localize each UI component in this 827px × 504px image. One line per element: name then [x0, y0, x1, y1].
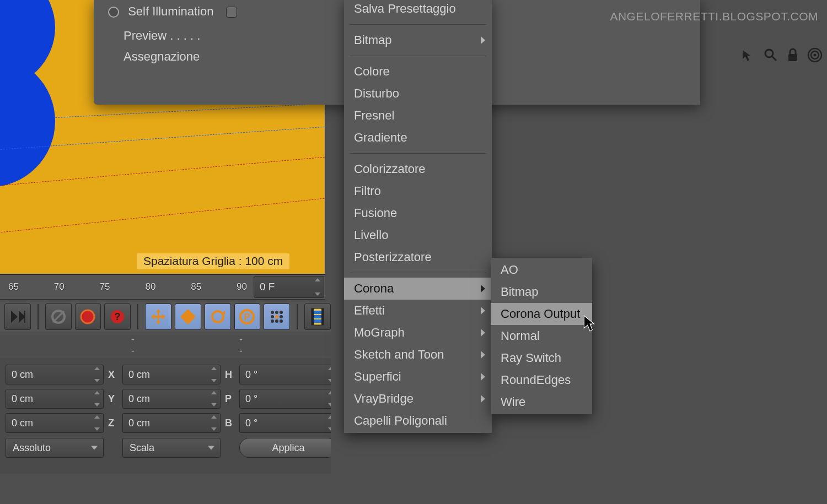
move-tool-button[interactable] [145, 304, 171, 330]
menu-separator [350, 273, 486, 273]
svg-point-13 [271, 315, 274, 318]
menu-item-gradiente[interactable]: Gradiente [344, 127, 492, 149]
svg-point-14 [275, 315, 278, 318]
grid-button[interactable] [264, 304, 290, 330]
menu-item-superfici[interactable]: Superfici [344, 366, 492, 388]
self-illumination-label: Self Illumination [128, 4, 213, 18]
toolbar: ? P [0, 302, 331, 332]
current-frame-field[interactable]: 0 F [254, 276, 324, 298]
menu-item-fusione[interactable]: Fusione [344, 202, 492, 224]
search-icon[interactable] [762, 46, 780, 64]
checkbox-icon[interactable] [226, 7, 237, 18]
filmstrip-button[interactable] [304, 304, 331, 330]
menu-item-filtro[interactable]: Filtro [344, 180, 492, 202]
status-bar: -- -- -- [0, 335, 331, 356]
status-text: -- [131, 334, 135, 357]
timeline[interactable]: 65 70 75 80 85 90 0 F [0, 274, 325, 300]
svg-point-25 [765, 50, 773, 57]
coord-mode-dropdown[interactable]: Assoluto [6, 438, 104, 458]
rot-p-field[interactable]: 0 ° [239, 389, 337, 409]
radio-icon[interactable] [108, 7, 119, 18]
svg-point-16 [271, 319, 274, 323]
menu-item-disturbo[interactable]: Disturbo [344, 83, 492, 105]
help-button[interactable]: ? [104, 304, 131, 330]
submenu-item-corona-output[interactable]: Corona Output [491, 303, 592, 325]
svg-point-12 [280, 311, 283, 314]
coordinate-panel: 0 cm X 0 cm H 0 ° 0 cm Y 0 cm P 0 ° 0 cm… [0, 358, 331, 474]
menu-item-effetti[interactable]: Effetti [344, 300, 492, 322]
grid-line [0, 197, 325, 234]
grid-axis [0, 156, 325, 186]
grid-line [55, 103, 325, 118]
submenu-item-bitmap[interactable]: Bitmap [491, 281, 592, 303]
menu-item-livello[interactable]: Livello [344, 224, 492, 246]
svg-point-10 [271, 311, 274, 314]
scale-tool-button[interactable] [175, 304, 201, 330]
pos-z-field[interactable]: 0 cm [6, 413, 104, 433]
coord-scale-dropdown[interactable]: Scala [122, 438, 221, 458]
menu-item-sketch-and-toon[interactable]: Sketch and Toon [344, 344, 492, 366]
menu-item-colore[interactable]: Colore [344, 61, 492, 83]
svg-rect-0 [24, 311, 25, 323]
svg-point-3 [81, 310, 94, 323]
scale-x-field[interactable]: 0 cm [122, 365, 221, 384]
menu-item-corona[interactable]: Corona [344, 278, 492, 300]
label-y: Y [108, 393, 118, 405]
stepper-icon[interactable] [315, 278, 320, 296]
label-h: H [225, 369, 235, 381]
svg-text:?: ? [115, 311, 121, 322]
scene-object [0, 55, 55, 187]
svg-rect-23 [314, 315, 321, 318]
svg-point-30 [814, 54, 817, 57]
submenu-item-ray-switch[interactable]: Ray Switch [491, 347, 592, 369]
skip-end-button[interactable] [4, 304, 31, 330]
corona-submenu: AOBitmapCorona OutputNormalRay SwitchRou… [491, 258, 592, 414]
pos-x-field[interactable]: 0 cm [6, 365, 104, 384]
rot-h-field[interactable]: 0 ° [239, 365, 337, 384]
svg-point-11 [275, 311, 278, 314]
svg-point-18 [280, 319, 283, 323]
target-icon[interactable] [806, 46, 824, 64]
submenu-item-normal[interactable]: Normal [491, 325, 592, 347]
record-button[interactable] [75, 304, 101, 330]
scale-z-field[interactable]: 0 cm [122, 413, 221, 433]
submenu-item-wire[interactable]: Wire [491, 391, 592, 413]
menu-item-fresnel[interactable]: Fresnel [344, 105, 492, 127]
scale-y-field[interactable]: 0 cm [122, 389, 221, 409]
svg-point-17 [275, 319, 278, 323]
menu-item-posterizzatore[interactable]: Posterizzatore [344, 246, 492, 268]
label-p: P [225, 393, 235, 405]
svg-rect-27 [788, 54, 797, 61]
watermark-text: ANGELOFERRETTI.BLOGSPOT.COM [610, 10, 818, 23]
menu-item-mograph[interactable]: MoGraph [344, 322, 492, 344]
rot-b-field[interactable]: 0 ° [239, 413, 337, 433]
menu-item-capelli-poligonali[interactable]: Capelli Poligonali [344, 410, 492, 432]
grid-spacing-label: Spaziatura Griglia : 100 cm [137, 253, 289, 269]
pos-y-field[interactable]: 0 cm [6, 389, 104, 409]
svg-point-15 [280, 315, 283, 318]
menu-item-vraybridge[interactable]: VrayBridge [344, 388, 492, 410]
svg-text:P: P [244, 312, 250, 322]
submenu-item-roundedges[interactable]: RoundEdges [491, 369, 592, 391]
parameters-button[interactable]: P [234, 304, 261, 330]
menu-item-salva-presettaggio[interactable]: Salva Presettaggio [344, 0, 492, 20]
svg-rect-21 [321, 308, 324, 325]
cursor-icon[interactable] [739, 46, 756, 64]
menu-item-bitmap[interactable]: Bitmap [344, 29, 492, 51]
label-z: Z [108, 418, 118, 429]
menu-item-colorizzatore[interactable]: Colorizzatore [344, 158, 492, 180]
label-x: X [108, 369, 118, 381]
submenu-item-ao[interactable]: AO [491, 259, 592, 281]
lock-icon[interactable] [784, 46, 802, 64]
shader-menu: Salva PresettaggioBitmapColoreDisturboFr… [344, 0, 492, 433]
record-disabled-button[interactable] [45, 304, 72, 330]
apply-button[interactable]: Applica [239, 438, 337, 458]
timeline-ticks: 65 70 75 80 85 90 [0, 281, 253, 292]
status-text: -- [239, 334, 243, 357]
svg-rect-24 [314, 319, 321, 323]
menu-separator [350, 56, 486, 56]
label-b: B [225, 418, 235, 429]
rotate-tool-button[interactable] [205, 304, 231, 330]
svg-line-26 [772, 56, 776, 61]
svg-rect-22 [314, 311, 321, 314]
